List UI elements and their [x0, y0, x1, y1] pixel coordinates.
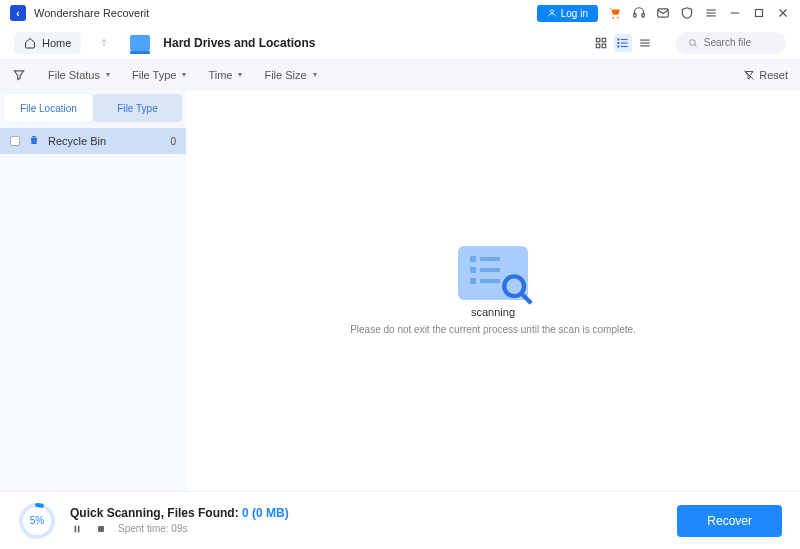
svg-point-1: [612, 17, 614, 19]
spent-time: Spent time: 09s: [118, 523, 187, 534]
scanning-illustration: [458, 246, 528, 300]
maximize-icon[interactable]: [752, 6, 766, 20]
search-box[interactable]: [676, 32, 786, 54]
svg-point-29: [504, 276, 524, 296]
filter-type[interactable]: File Type: [132, 69, 186, 81]
svg-rect-4: [642, 14, 644, 17]
content: scanning Please do not exit the current …: [186, 90, 800, 491]
recover-button[interactable]: Recover: [677, 505, 782, 537]
svg-rect-14: [602, 38, 606, 42]
sidebar-item-count: 0: [170, 136, 176, 147]
filter-status[interactable]: File Status: [48, 69, 110, 81]
checkbox[interactable]: [10, 136, 20, 146]
svg-point-0: [550, 10, 553, 13]
app-logo: ‹: [10, 5, 26, 21]
filterbar: File Status File Type Time File Size Res…: [0, 60, 800, 90]
svg-rect-3: [634, 14, 636, 17]
titlebar: ‹ Wondershare Recoverit Log in: [0, 0, 800, 26]
svg-rect-16: [602, 44, 606, 48]
svg-point-22: [618, 45, 619, 46]
sidebar: File Location File Type Recycle Bin 0: [0, 90, 186, 491]
scan-status-line: Quick Scanning, Files Found: 0 (0 MB): [70, 506, 663, 520]
svg-point-26: [690, 39, 696, 45]
svg-rect-33: [75, 525, 77, 532]
tab-file-location[interactable]: File Location: [4, 94, 93, 122]
headset-icon[interactable]: [632, 6, 646, 20]
main: File Location File Type Recycle Bin 0 sc…: [0, 90, 800, 491]
login-button[interactable]: Log in: [537, 5, 598, 22]
search-icon: [688, 37, 698, 49]
progress-ring: 5%: [18, 502, 56, 540]
home-label: Home: [42, 37, 71, 49]
magnifier-icon: [500, 272, 534, 306]
svg-rect-35: [98, 526, 104, 532]
home-button[interactable]: Home: [14, 32, 81, 54]
svg-line-30: [521, 293, 531, 303]
view-grid-button[interactable]: [592, 34, 610, 52]
tab-file-type[interactable]: File Type: [93, 94, 182, 122]
view-compact-button[interactable]: [636, 34, 654, 52]
filter-reset[interactable]: Reset: [743, 69, 788, 81]
cart-icon[interactable]: [608, 6, 622, 20]
footer: 5% Quick Scanning, Files Found: 0 (0 MB)…: [0, 491, 800, 549]
search-input[interactable]: [704, 37, 774, 48]
svg-point-20: [618, 38, 619, 39]
stop-button[interactable]: [94, 522, 108, 536]
shield-icon[interactable]: [680, 6, 694, 20]
svg-rect-10: [756, 10, 763, 17]
navbar: Home Hard Drives and Locations: [0, 26, 800, 60]
progress-percent: 5%: [18, 502, 56, 540]
svg-rect-13: [596, 38, 600, 42]
reset-icon: [743, 69, 755, 81]
trash-icon: [28, 134, 40, 148]
mail-icon[interactable]: [656, 6, 670, 20]
minimize-icon[interactable]: [728, 6, 742, 20]
svg-point-21: [618, 42, 619, 43]
filter-size[interactable]: File Size: [264, 69, 316, 81]
svg-rect-15: [596, 44, 600, 48]
arrow-up-icon[interactable]: [91, 30, 117, 56]
menu-icon[interactable]: [704, 6, 718, 20]
pause-button[interactable]: [70, 522, 84, 536]
close-icon[interactable]: [776, 6, 790, 20]
login-label: Log in: [561, 8, 588, 19]
sidebar-item-recycle-bin[interactable]: Recycle Bin 0: [0, 128, 186, 154]
filter-time[interactable]: Time: [208, 69, 242, 81]
svg-rect-34: [78, 525, 80, 532]
drive-icon: [127, 30, 153, 56]
scanning-message: Please do not exit the current process u…: [350, 324, 636, 335]
svg-point-2: [617, 17, 619, 19]
view-list-button[interactable]: [614, 34, 632, 52]
location-title: Hard Drives and Locations: [163, 36, 315, 50]
scanning-label: scanning: [471, 306, 515, 318]
sidebar-item-label: Recycle Bin: [48, 135, 106, 147]
svg-line-27: [695, 44, 697, 46]
app-title: Wondershare Recoverit: [34, 7, 149, 19]
funnel-icon[interactable]: [12, 68, 26, 82]
